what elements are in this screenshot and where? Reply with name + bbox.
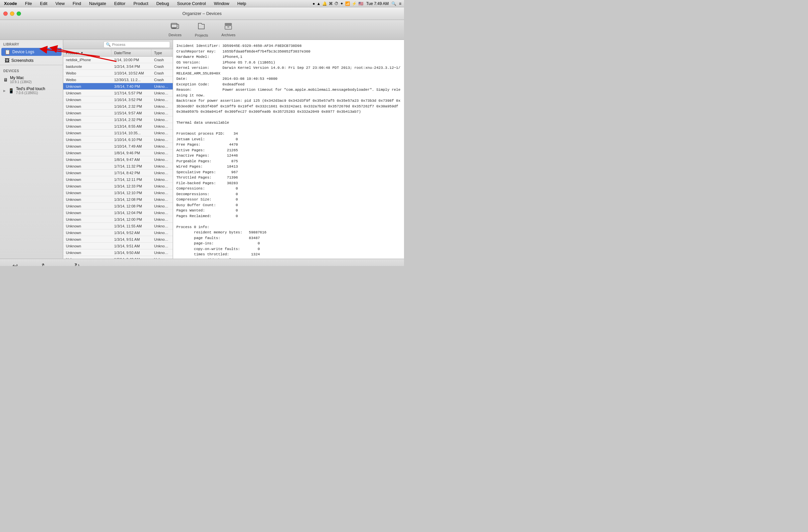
log-row[interactable]: Unknown1/13/14, 8:55 AMUnknown bbox=[63, 123, 173, 130]
menu-xcode[interactable]: Xcode bbox=[3, 1, 18, 6]
log-row[interactable]: Unknown3/8/14, 7:40 PMUnknown bbox=[63, 83, 173, 90]
sidebar-item-device-logs[interactable]: 📋 Device Logs bbox=[1, 48, 61, 56]
menu-view[interactable]: View bbox=[54, 1, 66, 6]
log-cell-datetime: 1/8/14, 9:46 PM bbox=[111, 151, 151, 155]
search-input-wrap[interactable]: 🔍 bbox=[104, 41, 170, 48]
log-cell-type: Unknown bbox=[151, 211, 171, 215]
col-header-datetime[interactable]: Date/Time bbox=[111, 49, 151, 56]
log-row[interactable]: Unknown1/3/14, 12:00 PMUnknown bbox=[63, 216, 173, 223]
toolbar-archives-button[interactable]: Archives bbox=[215, 21, 242, 39]
minimize-button[interactable] bbox=[10, 11, 14, 16]
close-button[interactable] bbox=[3, 11, 8, 16]
search-bar: 🔍 bbox=[63, 40, 173, 49]
re-symbolicate-button[interactable]: ↻ Re-Symbolicate bbox=[64, 262, 90, 266]
toolbar: Devices Projects Archives bbox=[0, 20, 404, 40]
ipod-name: Ted's iPod touch bbox=[16, 87, 45, 91]
menu-debug[interactable]: Debug bbox=[155, 1, 170, 6]
log-row[interactable]: Unknown1/11/14, 10:35...Unknown bbox=[63, 130, 173, 136]
log-row[interactable]: Unknown1/3/14, 9:49 AMUnknown bbox=[63, 256, 173, 259]
log-cell-datetime: 1/15/14, 9:57 AM bbox=[111, 111, 151, 115]
menu-product[interactable]: Product bbox=[132, 1, 150, 6]
log-cell-type: Unknown bbox=[151, 91, 171, 95]
log-cell-type: Unknown bbox=[151, 131, 171, 135]
log-cell-process: Unknown bbox=[63, 118, 111, 122]
search-menubar-icon[interactable]: 🔍 bbox=[391, 1, 396, 6]
log-row[interactable]: Unknown1/3/14, 12:04 PMUnknown bbox=[63, 209, 173, 216]
log-cell-type: Crash bbox=[151, 58, 171, 62]
log-cell-process: Unknown bbox=[63, 224, 111, 228]
log-row[interactable]: Unknown1/16/14, 2:32 PMUnknown bbox=[63, 103, 173, 110]
log-cell-datetime: 1/3/14, 9:49 AM bbox=[111, 258, 151, 259]
log-row[interactable]: Unknown1/8/14, 9:47 AMUnknown bbox=[63, 156, 173, 163]
triangle-icon: ▲ bbox=[317, 1, 321, 6]
menu-navigate[interactable]: Navigate bbox=[88, 1, 108, 6]
log-row[interactable]: netdisk_iPhone1/14, 10:00 PMCrash bbox=[63, 57, 173, 63]
log-cell-datetime: 1/8/14, 9:47 AM bbox=[111, 158, 151, 162]
log-row[interactable]: Unknown1/3/14, 12:08 PMUnknown bbox=[63, 196, 173, 203]
search-input[interactable] bbox=[112, 42, 165, 46]
menu-find[interactable]: Find bbox=[71, 1, 82, 6]
log-row[interactable]: Unknown1/3/14, 11:55 AMUnknown bbox=[63, 223, 173, 229]
menu-help[interactable]: Help bbox=[236, 1, 247, 6]
toolbar-devices-button[interactable]: Devices bbox=[162, 21, 188, 39]
log-cell-type: Unknown bbox=[151, 125, 171, 128]
menu-window[interactable]: Window bbox=[213, 1, 231, 6]
log-cell-process: Unknown bbox=[63, 191, 111, 195]
menubar-time: Tue 7:49 AM bbox=[366, 1, 389, 6]
log-row[interactable]: Unknown1/3/14, 12:10 PMUnknown bbox=[63, 190, 173, 196]
log-row[interactable]: Unknown1/3/14, 9:52 AMUnknown bbox=[63, 229, 173, 236]
col-header-type[interactable]: Type bbox=[151, 49, 171, 56]
expand-arrow-icon: ▶ bbox=[3, 89, 6, 92]
log-row[interactable]: Unknown1/7/14, 8:42 PMUnknown bbox=[63, 170, 173, 176]
log-cell-datetime: 1/3/14, 11:55 AM bbox=[111, 224, 151, 228]
log-row[interactable]: Unknown1/8/14, 9:46 PMUnknown bbox=[63, 150, 173, 156]
device-my-mac[interactable]: 🖥 My Mac 10.9.1 (13842) bbox=[0, 74, 63, 85]
list-icon[interactable]: ≡ bbox=[399, 1, 401, 6]
device-ipod-touch[interactable]: ▶ 📱 Ted's iPod touch 7.0.6 (11B651) bbox=[0, 85, 63, 96]
log-row[interactable]: baidunote1/2/14, 3:54 PMCrash bbox=[63, 63, 173, 70]
log-row[interactable]: Unknown1/15/14, 9:57 AMUnknown bbox=[63, 110, 173, 116]
log-cell-type: Unknown bbox=[151, 158, 171, 162]
menu-editor[interactable]: Editor bbox=[113, 1, 127, 6]
log-row[interactable]: Unknown1/3/14, 9:51 AMUnknown bbox=[63, 243, 173, 249]
log-cell-process: Unknown bbox=[63, 184, 111, 188]
menu-file[interactable]: File bbox=[24, 1, 33, 6]
detail-content: Incident Identifier: 3D59945E-9329-4650-… bbox=[173, 40, 404, 259]
log-cell-type: Unknown bbox=[151, 151, 171, 155]
log-row[interactable]: Unknown1/7/14, 11:32 PMUnknown bbox=[63, 163, 173, 170]
mac-icon: 🖥 bbox=[3, 77, 8, 82]
export-icon: ↗ bbox=[38, 261, 46, 266]
import-icon: ↩ bbox=[12, 262, 18, 266]
log-cell-process: Unknown bbox=[63, 197, 111, 202]
projects-icon bbox=[197, 22, 205, 32]
log-row[interactable]: Unknown1/10/14, 6:10 PMUnknown bbox=[63, 136, 173, 143]
toolbar-projects-button[interactable]: Projects bbox=[188, 20, 215, 39]
menu-source-control[interactable]: Source Control bbox=[176, 1, 207, 6]
search-icon: 🔍 bbox=[106, 42, 111, 47]
log-row[interactable]: Unknown1/16/14, 3:52 PMUnknown bbox=[63, 96, 173, 103]
lang-icon: 🇺🇸 bbox=[359, 1, 363, 6]
ipod-icon: 📱 bbox=[8, 88, 14, 93]
log-row[interactable]: Unknown1/10/14, 7:49 AMUnknown bbox=[63, 143, 173, 150]
log-cell-type: Unknown bbox=[151, 138, 171, 141]
log-row[interactable]: Unknown1/3/14, 9:50 AMUnknown bbox=[63, 249, 173, 256]
circle-icon: ● bbox=[312, 1, 315, 6]
log-row[interactable]: Weibo12/30/13, 11:2...Crash bbox=[63, 76, 173, 83]
col-header-process[interactable]: Process ▼ bbox=[63, 49, 111, 56]
log-row[interactable]: Weibo1/10/14, 10:52 AMCrash bbox=[63, 70, 173, 76]
sidebar-item-screenshots[interactable]: 🖼 Screenshots bbox=[1, 57, 61, 64]
log-row[interactable]: Unknown1/3/14, 12:33 PMUnknown bbox=[63, 183, 173, 190]
log-row[interactable]: Unknown1/3/14, 12:08 PMUnknown bbox=[63, 203, 173, 209]
log-cell-process: Unknown bbox=[63, 98, 111, 102]
menu-edit[interactable]: Edit bbox=[39, 1, 49, 6]
log-row[interactable]: Unknown1/13/14, 2:32 PMUnknown bbox=[63, 116, 173, 123]
maximize-button[interactable] bbox=[17, 11, 21, 16]
log-cell-datetime: 3/8/14, 7:40 PM bbox=[111, 84, 151, 89]
import-button[interactable]: ↩ Import bbox=[10, 262, 20, 266]
log-row[interactable]: Unknown1/17/14, 5:57 PMUnknown bbox=[63, 90, 173, 96]
log-cell-type: Unknown bbox=[151, 244, 171, 248]
export-button[interactable]: ↗ Export bbox=[37, 262, 48, 266]
log-cell-process: Unknown bbox=[63, 171, 111, 175]
log-row[interactable]: Unknown1/3/14, 9:51 AMUnknown bbox=[63, 236, 173, 243]
log-row[interactable]: Unknown1/7/14, 12:11 PMUnknown bbox=[63, 176, 173, 183]
